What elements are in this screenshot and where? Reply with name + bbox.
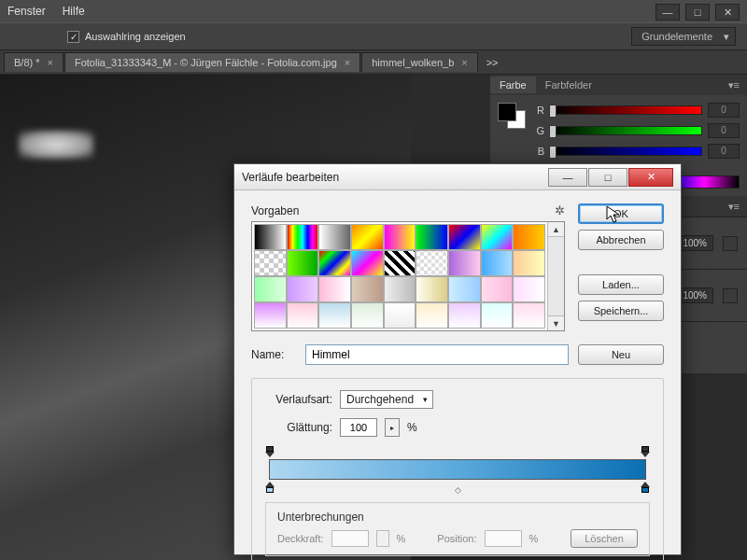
- preset-swatch[interactable]: [318, 302, 351, 329]
- opacity-input[interactable]: [331, 530, 369, 547]
- gradient-preview-bar[interactable]: [269, 459, 646, 480]
- preset-swatch[interactable]: [481, 250, 514, 276]
- opacity-stop-right[interactable]: [641, 446, 650, 457]
- dialog-title: Verläufe bearbeiten: [242, 171, 339, 184]
- menu-item-fenster[interactable]: Fenster: [7, 5, 46, 18]
- dialog-minimize-button[interactable]: —: [548, 168, 587, 187]
- dialog-titlebar[interactable]: Verläufe bearbeiten — □ ✕: [234, 164, 681, 190]
- close-icon[interactable]: ×: [48, 57, 53, 68]
- preset-swatch[interactable]: [384, 250, 416, 276]
- document-tab[interactable]: B/8) *×: [4, 52, 63, 72]
- g-value[interactable]: 0: [708, 123, 740, 138]
- preset-swatch[interactable]: [513, 276, 545, 302]
- preset-swatch[interactable]: [254, 250, 287, 276]
- preset-swatch[interactable]: [384, 302, 416, 329]
- preset-swatch[interactable]: [448, 250, 481, 276]
- preset-swatch[interactable]: [416, 224, 448, 250]
- b-value[interactable]: 0: [708, 144, 740, 159]
- delete-stop-button[interactable]: Löschen: [571, 529, 638, 548]
- panel-tab-farbe[interactable]: Farbe: [490, 77, 536, 93]
- preset-swatch[interactable]: [384, 224, 416, 250]
- preset-swatch[interactable]: [416, 276, 448, 302]
- preset-swatch[interactable]: [254, 224, 287, 250]
- smoothness-stepper[interactable]: ▸: [385, 418, 400, 437]
- name-input[interactable]: [305, 344, 569, 365]
- preset-scrollbar[interactable]: ▲ ▼: [547, 222, 564, 330]
- maximize-button[interactable]: □: [685, 4, 710, 21]
- preset-swatch[interactable]: [481, 224, 514, 250]
- gradient-editor-bar[interactable]: ◇: [265, 446, 650, 493]
- minimize-button[interactable]: —: [655, 4, 680, 21]
- preset-swatch[interactable]: [384, 276, 416, 302]
- preset-swatch[interactable]: [318, 276, 351, 302]
- panel-menu-icon[interactable]: ▾≡: [721, 79, 747, 91]
- preset-swatch[interactable]: [416, 302, 448, 329]
- preset-swatch[interactable]: [318, 250, 351, 276]
- dialog-close-button[interactable]: ✕: [628, 168, 673, 187]
- foreground-background-swatch[interactable]: [498, 103, 526, 129]
- preset-swatch[interactable]: [287, 276, 319, 302]
- preset-swatch[interactable]: [351, 250, 384, 276]
- preset-swatch[interactable]: [513, 250, 545, 276]
- document-tab[interactable]: Fotolia_31333343_M - © Jürgen Fälchle - …: [64, 52, 360, 72]
- cancel-button[interactable]: Abbrechen: [578, 230, 664, 250]
- b-slider[interactable]: [550, 147, 702, 156]
- gear-icon[interactable]: ✲: [555, 203, 565, 217]
- preset-swatch[interactable]: [287, 250, 319, 276]
- close-button[interactable]: ✕: [715, 4, 740, 21]
- opacity-stepper[interactable]: [376, 530, 389, 547]
- opacity-stop-left[interactable]: [265, 446, 275, 457]
- preset-grid: [252, 222, 547, 330]
- smoothness-input[interactable]: [340, 418, 377, 437]
- preset-swatch[interactable]: [287, 302, 319, 329]
- preset-swatch[interactable]: [448, 224, 481, 250]
- preset-swatch[interactable]: [351, 224, 384, 250]
- preset-swatch[interactable]: [513, 302, 545, 329]
- gradient-type-label: Verlaufsart:: [265, 393, 332, 406]
- tabs-overflow[interactable]: >>: [479, 53, 506, 72]
- preset-swatch[interactable]: [481, 302, 514, 329]
- percent-label: %: [407, 421, 417, 434]
- scroll-up-icon[interactable]: ▲: [548, 222, 564, 237]
- opacity-value[interactable]: 100%: [676, 235, 713, 251]
- new-button[interactable]: Neu: [578, 344, 664, 365]
- midpoint-icon[interactable]: ◇: [455, 485, 461, 495]
- g-slider[interactable]: [550, 126, 702, 135]
- preset-swatch[interactable]: [254, 276, 287, 302]
- r-value[interactable]: 0: [708, 103, 740, 118]
- workspace-dropdown[interactable]: Grundelemente: [631, 27, 736, 46]
- gradient-type-select[interactable]: Durchgehend: [340, 390, 433, 409]
- color-stop-left[interactable]: [265, 482, 275, 493]
- selection-ring-checkbox[interactable]: ✓: [67, 31, 79, 43]
- preset-swatch[interactable]: [351, 302, 384, 329]
- dialog-maximize-button[interactable]: □: [588, 168, 627, 187]
- selection-ring-label: Auswahlring anzeigen: [85, 31, 186, 42]
- preset-swatch[interactable]: [513, 224, 545, 250]
- r-slider[interactable]: [550, 105, 702, 115]
- save-button[interactable]: Speichern...: [578, 301, 664, 321]
- panel-menu-icon[interactable]: ▾≡: [721, 201, 747, 213]
- preset-swatch[interactable]: [318, 224, 351, 250]
- preset-swatch[interactable]: [416, 250, 448, 276]
- color-stop-right[interactable]: [641, 482, 650, 493]
- close-icon[interactable]: ×: [345, 57, 350, 68]
- preset-swatch[interactable]: [287, 224, 319, 250]
- preset-swatch[interactable]: [254, 302, 287, 329]
- preset-swatch[interactable]: [351, 276, 384, 302]
- preset-swatch[interactable]: [448, 302, 481, 329]
- ok-button[interactable]: OK: [578, 203, 664, 224]
- gradient-editor-dialog: Verläufe bearbeiten — □ ✕ Vorgaben ✲ ▲ ▼: [233, 163, 682, 555]
- dropdown-icon[interactable]: [723, 236, 738, 251]
- panel-tab-farbfelder[interactable]: Farbfelder: [536, 77, 601, 93]
- position-input[interactable]: [485, 530, 522, 547]
- close-icon[interactable]: ×: [461, 57, 467, 68]
- document-tab[interactable]: himmel_wolken_b×: [361, 52, 477, 72]
- fill-value[interactable]: 100%: [676, 287, 713, 303]
- preset-swatch[interactable]: [481, 276, 514, 302]
- dropdown-icon[interactable]: [723, 288, 738, 303]
- menu-item-hilfe[interactable]: Hilfe: [63, 5, 85, 18]
- preset-swatch[interactable]: [448, 276, 481, 302]
- smoothness-label: Glättung:: [265, 421, 332, 434]
- scroll-down-icon[interactable]: ▼: [548, 315, 564, 330]
- load-button[interactable]: Laden...: [578, 274, 664, 295]
